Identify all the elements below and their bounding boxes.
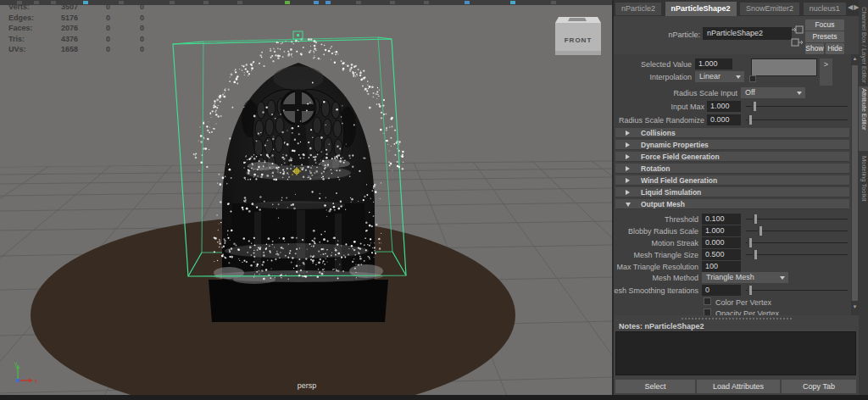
section-dynamic-properties[interactable]: Dynamic Properties [615, 140, 849, 150]
input-max-slider[interactable] [746, 101, 848, 112]
x-axis-label: x [35, 378, 38, 384]
mesh-method-dropdown[interactable]: Triangle Mesh [702, 272, 788, 283]
notes-textarea[interactable] [615, 331, 856, 375]
ae-tab-bar: nParticle2 nParticleShape2 SnowEmitter2 … [614, 0, 859, 16]
axis-gizmo: y x [7, 359, 54, 393]
y-axis-label: y [14, 360, 18, 367]
dock-tab-channel-box[interactable]: Channel Box / Layer Editor [859, 5, 868, 83]
tab-snowemitter2[interactable]: SnowEmitter2 [740, 3, 799, 15]
max-triangle-resolution-field[interactable]: 100 [702, 261, 741, 272]
hud-row: Faces:207600 [8, 23, 144, 34]
camera-name-label: persp [287, 381, 327, 390]
tombstone-monument[interactable] [209, 63, 388, 322]
color-per-vertex-checkbox[interactable] [704, 297, 711, 305]
scroll-down-icon[interactable]: ▼ [851, 303, 859, 312]
scene-svg: FRONT [0, 0, 612, 395]
blobby-radius-scale-field[interactable]: 1.000 [702, 225, 741, 236]
nparticle-field-label: nParticle: [639, 31, 700, 39]
mesh-method-label: Mesh Method [614, 274, 698, 282]
section-output-mesh[interactable]: Output Mesh [615, 199, 849, 209]
input-max-label: Input Max [614, 103, 704, 111]
toolbar-icon[interactable] [510, 1, 515, 4]
arrow-into-box-icon[interactable] [791, 25, 804, 35]
section-collisions[interactable]: Collisions [615, 128, 849, 138]
scrollbar-thumb[interactable] [852, 65, 858, 301]
toolbar-icon[interactable] [424, 1, 429, 4]
copy-tab-button[interactable]: Copy Tab [782, 380, 856, 393]
scroll-up-icon[interactable]: ▲ [851, 54, 859, 64]
load-attributes-button[interactable]: Load Attributes [697, 380, 780, 393]
heads-up-display: Verts:350700 Edges:517600 Faces:207600 T… [8, 2, 144, 55]
motion-streak-field[interactable]: 0.000 [702, 237, 741, 248]
maya-window: FRONT Verts:350700 Edges:51760 [0, 0, 868, 400]
arrow-out-of-box-icon[interactable] [791, 37, 804, 47]
tab-nparticleshape2[interactable]: nParticleShape2 [665, 2, 737, 16]
mesh-triangle-size-field[interactable]: 0.500 [702, 249, 741, 260]
toolbar-icon[interactable] [465, 1, 470, 4]
hud-row: Tris:437600 [8, 34, 144, 45]
toolbar-icon[interactable] [356, 1, 361, 4]
toolbar-icon[interactable] [390, 1, 395, 4]
radius-scale-randomize-slider[interactable] [746, 114, 848, 125]
tab-nucleus1[interactable]: nucleus1 [804, 3, 846, 15]
blobby-radius-scale-slider[interactable] [746, 225, 848, 236]
node-name-input[interactable]: nParticleShape2 [703, 27, 792, 40]
altar-lid [232, 178, 364, 203]
hud-row: Edges:517600 [8, 13, 144, 24]
emitter-icon[interactable] [293, 31, 303, 39]
toolbar-icon[interactable] [326, 1, 331, 4]
chevron-down-icon [736, 75, 741, 79]
toolbar-icon[interactable] [237, 1, 242, 4]
select-button[interactable]: Select [615, 380, 695, 393]
hide-button[interactable]: Hide [826, 43, 844, 54]
selected-value-field[interactable]: 1.000 [695, 58, 732, 69]
plinth [209, 280, 388, 322]
radius-scale-input-dropdown[interactable]: Off [741, 87, 805, 98]
toolbar-icon[interactable] [314, 1, 319, 4]
selected-value-label: Selected Value [614, 60, 692, 69]
threshold-slider[interactable] [746, 214, 848, 225]
view-cube[interactable]: FRONT [555, 17, 601, 55]
mesh-triangle-size-slider[interactable] [746, 249, 848, 260]
toolbar-icon[interactable] [285, 1, 290, 4]
opacity-per-vertex-checkbox[interactable] [704, 308, 711, 315]
toolbar-icon[interactable] [551, 1, 556, 4]
viewport-canvas[interactable]: FRONT Verts:350700 Edges:51760 [0, 0, 612, 395]
notes-splitter-handle[interactable] [682, 318, 792, 319]
dock-tab-attribute-editor[interactable]: Attribute Editor [859, 86, 868, 151]
chevron-down-icon [797, 92, 802, 95]
section-wind-field-generation[interactable]: Wind Field Generation [615, 175, 849, 186]
interpolation-dropdown[interactable]: Linear [695, 71, 744, 82]
color-per-vertex-label: Color Per Vertex [715, 298, 809, 307]
motion-streak-label: Motion Streak [614, 239, 698, 247]
toolbar-icon[interactable] [203, 1, 209, 4]
dock-tab-modeling-toolkit[interactable]: Modeling Toolkit [859, 154, 868, 215]
viewcube-front-label[interactable]: FRONT [565, 36, 593, 44]
presets-button[interactable]: Presets [805, 31, 844, 42]
chevron-down-icon [780, 276, 785, 280]
hud-row: UVs:165800 [8, 44, 144, 55]
threshold-field[interactable]: 0.100 [702, 214, 741, 225]
section-force-field-generation[interactable]: Force Field Generation [615, 152, 849, 162]
dock-tab-strip: Channel Box / Layer Editor Attribute Edi… [859, 0, 868, 400]
section-rotation[interactable]: Rotation [615, 164, 849, 174]
motion-streak-slider[interactable] [746, 237, 848, 248]
focus-button[interactable]: Focus [805, 19, 844, 31]
show-button[interactable]: Show [805, 43, 824, 54]
window-bottom-edge [0, 395, 868, 400]
toolbar-icon[interactable] [170, 1, 175, 4]
ae-scroll-area[interactable]: Selected Value 1.000 > Interpolation Lin… [614, 54, 851, 315]
opacity-per-vertex-label: Opacity Per Vertex [715, 309, 809, 315]
mesh-smoothing-iterations-slider[interactable] [746, 285, 848, 296]
hud-row: Verts:350700 [8, 2, 144, 13]
z-axis-dot [16, 379, 19, 382]
input-max-field[interactable]: 1.000 [707, 101, 741, 112]
tab-nparticle2[interactable]: nParticle2 [615, 3, 661, 15]
section-liquid-simulation[interactable]: Liquid Simulation [615, 187, 849, 197]
blobby-radius-scale-label: Blobby Radius Scale [614, 227, 698, 236]
radius-scale-randomize-field[interactable]: 0.000 [707, 114, 741, 125]
mesh-smoothing-iterations-field[interactable]: 0 [702, 285, 741, 296]
ramp-checkbox[interactable] [749, 75, 756, 82]
ae-header: nParticle: nParticleShape2 Focus Presets… [614, 16, 859, 54]
attribute-editor-panel: nParticle2 nParticleShape2 SnowEmitter2 … [614, 0, 859, 395]
